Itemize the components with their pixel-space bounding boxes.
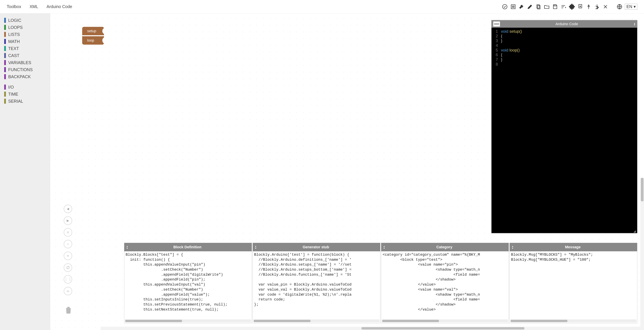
category-cast[interactable]: CAST — [0, 52, 50, 59]
panel-block-definition: ▴▾ Block Definition Blockly.Blocks["test… — [124, 243, 252, 323]
download-icon[interactable] — [577, 4, 583, 10]
page-h-scrollbar[interactable] — [100, 327, 644, 330]
top-bar: Toolbox XML Arduino Code EN ▾ — [0, 0, 644, 14]
setup-loop-block[interactable]: setup loop — [82, 27, 104, 45]
loop-block-label: loop — [82, 36, 104, 45]
category-color-bar — [4, 99, 6, 104]
collapse-icon[interactable]: ▴▾ — [124, 245, 130, 249]
resize-handle-icon[interactable]: ◢ — [634, 229, 637, 233]
category-label: TIME — [8, 92, 18, 97]
canvas-control-0[interactable]: ◄ — [64, 205, 72, 213]
category-color-bar — [4, 53, 6, 58]
code-panel-header[interactable]: Arduino Code ▴▾ — [492, 20, 637, 28]
panel-category: ▴▾ Category <category id="category_custo… — [381, 243, 509, 323]
category-label: TEXT — [8, 46, 19, 51]
canvas-controls: ◄►=−+∅⋮⋮‹› — [64, 205, 72, 295]
setup-block-label: setup — [82, 27, 104, 35]
wrench-icon[interactable] — [518, 4, 524, 10]
category-backpack[interactable]: BACKPACK — [0, 73, 50, 80]
verify-icon[interactable] — [502, 4, 508, 10]
trash-icon[interactable] — [64, 305, 73, 315]
bluetooth-icon[interactable] — [594, 4, 600, 10]
upload-icon[interactable] — [245, 245, 252, 249]
canvas-control-2[interactable]: = — [64, 228, 72, 236]
canvas-control-3[interactable]: − — [64, 240, 72, 248]
tab-arduino[interactable]: Arduino Code — [46, 4, 72, 9]
save-icon[interactable] — [552, 4, 558, 10]
canvas-control-6[interactable]: ⋮⋮ — [64, 275, 72, 284]
panel-code[interactable]: Blockly.Arduino['test'] = function(block… — [253, 251, 380, 320]
code-body: 1void setup()2{3}45void loop()6{7}8 — [492, 28, 637, 68]
category-label: SERIAL — [8, 99, 23, 104]
page-v-scrollbar[interactable] — [640, 178, 644, 327]
collapse-icon[interactable]: ▴▾ — [510, 245, 516, 249]
usb-icon[interactable] — [586, 4, 592, 10]
category-label: LOOPS — [8, 25, 23, 30]
upload-icon[interactable] — [502, 245, 509, 249]
code-line: 7} — [492, 57, 637, 62]
upload-icon[interactable] — [373, 245, 380, 249]
upload-icon[interactable] — [630, 245, 637, 249]
copy-icon[interactable] — [535, 4, 541, 10]
globe-icon[interactable] — [616, 4, 622, 10]
language-select[interactable]: EN ▾ — [625, 4, 637, 10]
category-loops[interactable]: LOOPS — [0, 24, 50, 31]
category-label: FUNCTIONS — [8, 67, 33, 72]
panel-drag-icon[interactable] — [493, 22, 500, 26]
category-label: LOGIC — [8, 18, 21, 23]
panel-code[interactable]: Blockly.Blocks["test"] = { init: functio… — [124, 251, 252, 320]
category-i/o[interactable]: I/O — [0, 84, 50, 90]
toolbar-icons: EN ▾ — [502, 4, 637, 10]
category-logic[interactable]: LOGIC — [0, 17, 50, 24]
panel-title: Generator stub — [258, 245, 373, 249]
category-serial[interactable]: SERIAL — [0, 98, 50, 105]
canvas-control-5[interactable]: ∅ — [64, 264, 72, 272]
category-lists[interactable]: LISTS — [0, 31, 50, 38]
category-time[interactable]: TIME — [0, 90, 50, 98]
canvas-control-7[interactable]: ‹› — [64, 287, 72, 295]
category-label: CAST — [8, 53, 20, 58]
category-color-bar — [4, 18, 6, 23]
tools-icon[interactable] — [602, 4, 608, 10]
panel-code[interactable]: <category id="category_custom" name="%{B… — [381, 251, 509, 320]
chevron-down-icon: ▾ — [634, 4, 636, 9]
category-sidebar: LOGICLOOPSLISTSMATHTEXTCASTVARIABLESFUNC… — [0, 14, 50, 330]
panel-code[interactable]: Blockly.Msg["MYBLOCKS"] = "MyBlocks"; Bl… — [510, 251, 637, 320]
category-color-bar — [4, 39, 6, 44]
panel-header[interactable]: ▴▾ Message — [510, 243, 637, 251]
canvas-control-1[interactable]: ► — [64, 216, 72, 225]
category-math[interactable]: MATH — [0, 38, 50, 45]
list-icon[interactable] — [510, 4, 516, 10]
tab-xml[interactable]: XML — [30, 4, 38, 9]
category-functions[interactable]: FUNCTIONS — [0, 66, 50, 73]
category-color-bar — [4, 60, 6, 65]
canvas-control-4[interactable]: + — [64, 252, 72, 260]
h-scrollbar[interactable] — [382, 320, 508, 322]
category-text[interactable]: TEXT — [0, 45, 50, 52]
h-scrollbar[interactable] — [125, 320, 251, 322]
h-scrollbar[interactable] — [510, 320, 636, 322]
collapse-icon[interactable]: ▴▾ — [253, 245, 258, 249]
pencil-icon[interactable] — [527, 4, 533, 10]
collapse-icon[interactable]: ▴▾ — [381, 245, 387, 249]
panel-generator-stub: ▴▾ Generator stub Blockly.Arduino['test'… — [252, 243, 380, 323]
panel-header[interactable]: ▴▾ Block Definition — [124, 243, 252, 251]
main-area: LOGICLOOPSLISTSMATHTEXTCASTVARIABLESFUNC… — [0, 14, 644, 330]
folder-icon[interactable] — [544, 4, 550, 10]
category-color-bar — [4, 46, 6, 51]
panel-header[interactable]: ▴▾ Category — [381, 243, 509, 251]
category-variables[interactable]: VARIABLES — [0, 59, 50, 66]
tab-toolbox[interactable]: Toolbox — [7, 4, 21, 9]
code-line: 1void setup() — [492, 29, 637, 34]
sort-icon[interactable] — [560, 4, 566, 10]
h-scrollbar[interactable] — [254, 320, 380, 322]
blockly-canvas[interactable]: setup loop ◄►=−+∅⋮⋮‹› Arduino Code ▴▾ 1v… — [50, 14, 644, 330]
category-color-bar — [4, 92, 6, 97]
category-color-bar — [4, 25, 6, 30]
panel-header[interactable]: ▴▾ Generator stub — [253, 243, 380, 251]
category-color-bar — [4, 74, 6, 79]
category-color-bar — [4, 32, 6, 37]
puzzle-icon[interactable] — [569, 4, 575, 10]
category-label: VARIABLES — [8, 60, 31, 65]
panel-collapse-icon[interactable]: ▴▾ — [632, 22, 637, 26]
